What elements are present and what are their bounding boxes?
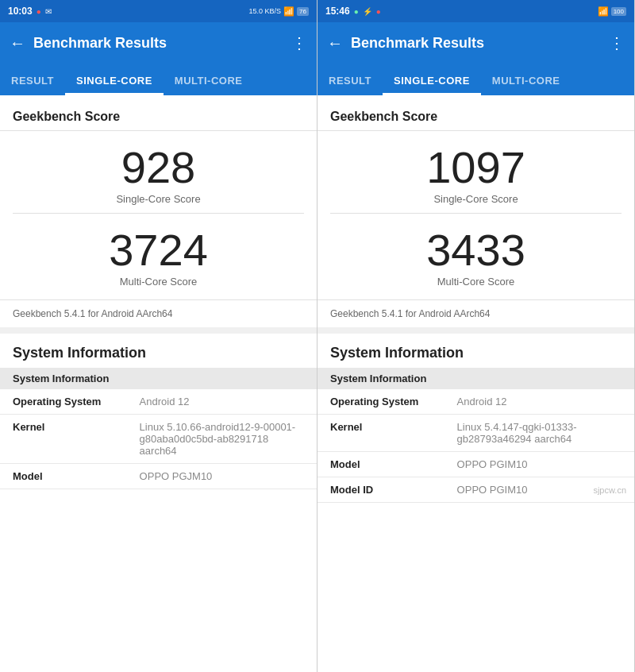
wifi-icon-right: 📶 [598,6,609,17]
status-right-left: 15.0 KB/S 📶 76 [249,6,309,17]
sys-info-value-kernel-left: Linux 5.10.66-android12-9-00001-g80aba0d… [127,415,317,464]
tab-multi-core-left[interactable]: MULTI-CORE [164,68,254,95]
content-left: Geekbench Score 928 Single-Core Score 37… [0,95,317,672]
sys-info-row-model-left: Model OPPO PGJM10 [0,464,317,489]
sys-info-row-kernel-right: Kernel Linux 5.4.147-qgki-01333-gb28793a… [318,415,634,452]
geekbench-header-right: Geekbench Score [318,103,634,131]
geekbench-header-left: Geekbench Score [0,103,317,131]
sys-info-row-kernel-left: Kernel Linux 5.10.66-android12-9-00001-g… [0,415,317,464]
tab-single-core-left[interactable]: SINGLE-CORE [65,68,164,95]
status-time-left: 10:03 [8,6,33,17]
sys-info-row-os-left: Operating System Android 12 [0,389,317,415]
sys-info-title-left: System Information [0,334,317,368]
sys-info-row-model-right: Model OPPO PGIM10 [318,452,634,477]
tab-single-core-right[interactable]: SINGLE-CORE [383,68,481,95]
status-bar-left-section: 10:03 ● ✉ [8,6,52,17]
battery-left: 76 [297,7,309,16]
speed-indicator: 15.0 KB/S [249,7,282,15]
watermark: sjpcw.cn [593,485,626,495]
single-core-label-right: Single-Core Score [433,193,518,205]
status-bar-left: 10:03 ● ✉ 15.0 KB/S 📶 76 [0,0,317,22]
score-section-right: Geekbench Score 1097 Single-Core Score 3… [318,95,634,299]
single-core-block-left: 928 Single-Core Score [0,131,317,213]
sys-info-value-model-left: OPPO PGJM10 [127,464,317,489]
more-menu-left[interactable]: ⋮ [291,33,307,52]
tab-result-right[interactable]: RESULT [318,68,383,95]
wifi-icon: 📶 [283,6,294,17]
sys-info-label-modelid-right: Model ID [318,477,444,503]
status-time-right: 15:46 [325,6,350,17]
multi-core-block-left: 3724 Multi-Core Score [0,214,317,295]
back-arrow-left[interactable]: ← [10,34,25,52]
sys-info-value-kernel-right: Linux 5.4.147-qgki-01333-gb28793a46294 a… [444,415,634,452]
bluetooth-icon: ⚡ [363,7,372,16]
sys-info-row-os-right: Operating System Android 12 [318,389,634,415]
sys-info-label-os-left: Operating System [0,389,127,415]
multi-core-block-right: 3433 Multi-Core Score [318,214,634,295]
content-right: Geekbench Score 1097 Single-Core Score 3… [318,95,634,672]
status-bar-right-section: 15:46 ● ⚡ ● [325,6,381,17]
sys-info-sub-header-left: System Information [0,368,317,389]
sys-info-sub-header-right: System Information [318,368,634,389]
sys-info-header-left: System Information [0,368,317,389]
sys-info-row-modelid-right: Model ID OPPO PGIM10 [318,477,634,503]
battery-right: 100 [611,7,626,16]
status-right-right: 📶 100 [598,6,626,17]
sys-info-label-kernel-right: Kernel [318,415,444,452]
single-core-score-left: 928 [121,145,195,190]
tab-multi-core-right[interactable]: MULTI-CORE [481,68,572,95]
back-arrow-right[interactable]: ← [327,34,343,52]
sys-info-header-right: System Information [318,368,634,389]
left-panel: 10:03 ● ✉ 15.0 KB/S 📶 76 ← Benchmark Res… [0,0,318,672]
multi-core-score-right: 3433 [426,228,525,272]
title-bar-right: ← Benchmark Results ⋮ [318,22,634,64]
sys-info-value-model-right: OPPO PGIM10 [444,452,634,477]
geekbench-info-right: Geekbench 5.4.1 for Android AArch64 [318,299,634,334]
single-core-score-right: 1097 [426,145,525,190]
multi-core-score-left: 3724 [109,228,208,272]
multi-core-label-left: Multi-Core Score [120,276,198,288]
sys-info-value-os-left: Android 12 [127,389,317,415]
page-title-left: Benchmark Results [33,35,283,52]
single-core-label-left: Single-Core Score [116,193,200,205]
tab-bar-right: RESULT SINGLE-CORE MULTI-CORE [318,64,634,95]
title-bar-left: ← Benchmark Results ⋮ [0,22,317,64]
sys-info-title-right: System Information [318,334,634,368]
right-panel: 15:46 ● ⚡ ● 📶 100 ← Benchmark Results ⋮ … [318,0,635,672]
tab-result-left[interactable]: RESULT [0,68,65,95]
score-section-left: Geekbench Score 928 Single-Core Score 37… [0,95,317,299]
page-title-right: Benchmark Results [351,35,601,52]
tab-bar-left: RESULT SINGLE-CORE MULTI-CORE [0,64,317,95]
status-bar-right: 15:46 ● ⚡ ● 📶 100 [318,0,634,22]
sys-info-table-left: System Information Operating System Andr… [0,368,317,489]
sys-info-table-right: System Information Operating System Andr… [318,368,634,503]
sys-info-label-model-right: Model [318,452,444,477]
notification-icon: ✉ [45,7,52,16]
sys-info-label-os-right: Operating System [318,389,444,415]
sys-info-label-kernel-left: Kernel [0,415,127,464]
notification-dot-red: ● [37,7,41,16]
notification-dot-red-right: ● [376,7,381,16]
multi-core-label-right: Multi-Core Score [437,276,515,288]
green-dot: ● [354,7,359,16]
sys-info-label-model-left: Model [0,464,127,489]
geekbench-info-left: Geekbench 5.4.1 for Android AArch64 [0,299,317,334]
more-menu-right[interactable]: ⋮ [609,33,625,52]
sys-info-value-os-right: Android 12 [444,389,634,415]
single-core-block-right: 1097 Single-Core Score [318,131,634,213]
